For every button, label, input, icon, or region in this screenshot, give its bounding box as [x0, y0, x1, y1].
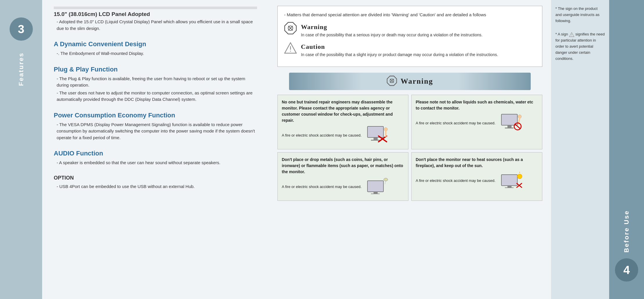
audio-title: AUDIO Function	[54, 150, 257, 157]
svg-rect-17	[371, 140, 380, 141]
info-box: - Matters that demand special attention …	[277, 6, 542, 67]
card-heat-title: Don't place the monitor near to heat sou…	[416, 157, 538, 169]
card-metals-body: A fire or electric shock accident may be…	[282, 184, 362, 189]
card-liquids-content: A fire or electric shock accident may be…	[416, 114, 538, 133]
svg-rect-31	[371, 194, 380, 194]
power-title: Power Consumption Economy Function	[54, 112, 257, 119]
card-liquids-body: A fire or electric shock accident may be…	[416, 121, 496, 126]
main-content: 15.0" (38.016cm) LCD Panel Adopted - Ado…	[42, 0, 609, 299]
warning-title: Warning	[301, 22, 482, 32]
caution-triangle-icon	[284, 42, 297, 54]
chapter-number-3: 3	[10, 17, 33, 41]
features-column: 15.0" (38.016cm) LCD Panel Adopted - Ado…	[42, 0, 269, 299]
warning-banner: Warning	[289, 73, 531, 90]
warning-cards: No one but trained repair engineers may …	[277, 95, 542, 201]
section-dynamic: A Dynamic Convenient Design -. The Embod…	[54, 40, 257, 57]
caution-row: Caution In case of the possibility that …	[284, 42, 536, 58]
svg-rect-16	[374, 137, 378, 140]
section-audio: AUDIO Function - A speaker is embedded s…	[54, 150, 257, 166]
chapter-number-4: 4	[615, 258, 638, 282]
note-1: * The sign on the product and userguide …	[555, 6, 605, 27]
far-right-notes: * The sign on the product and userguide …	[551, 0, 609, 299]
dynamic-title: A Dynamic Convenient Design	[54, 40, 257, 48]
card-repair-title: No one but trained repair engineers may …	[282, 99, 404, 123]
svg-line-28	[515, 124, 520, 128]
audio-text: - A speaker is embedded so that the user…	[57, 160, 257, 166]
svg-point-10	[290, 51, 291, 52]
banner-label: Warning	[401, 77, 433, 86]
caution-content: Caution In case of the possibility that …	[301, 42, 498, 58]
deco-lines	[54, 6, 257, 9]
svg-point-32	[384, 178, 388, 181]
power-text: - The VESA DPMS (Display Power Managemen…	[57, 121, 257, 141]
svg-rect-30	[374, 192, 378, 194]
monitor-liquids-illustration	[501, 114, 523, 133]
warning-octagon-icon	[284, 22, 297, 35]
card-repair-content: A fire or electric shock accident may be…	[282, 126, 404, 145]
card-heat-content: A fire or electric shock accident may be…	[416, 171, 538, 190]
caution-title: Caution	[301, 42, 498, 52]
monitor-repair-illustration	[367, 126, 389, 145]
section-option: OPTION - USB 4Port can be embedded to us…	[54, 175, 257, 190]
lcd-text: - Adopted the 15.0" LCD (Liquid Crystal …	[57, 19, 257, 32]
card-liquids-title: Please note not to allow liquids such as…	[416, 99, 538, 111]
warning-content: Warning In case of the possibility that …	[301, 22, 482, 38]
card-repair: No one but trained repair engineers may …	[277, 95, 408, 149]
note-2: * A sign signifies the need for particul…	[555, 31, 605, 65]
right-column: - Matters that demand special attention …	[269, 0, 551, 299]
dynamic-text: -. The Embodyment of Wall-mounted Displa…	[57, 50, 257, 57]
monitor-metals-illustration	[367, 177, 389, 196]
left-sidebar: 3 Features	[0, 0, 42, 299]
svg-point-37	[517, 174, 522, 179]
option-title: OPTION	[54, 175, 257, 181]
card-metals: Don't place or drop metals (such as coin…	[277, 152, 408, 201]
card-liquids: Please note not to allow liquids such as…	[411, 95, 542, 149]
pnp-title: Plug & Play Function	[54, 66, 257, 73]
svg-point-45	[571, 36, 572, 36]
svg-rect-36	[505, 187, 514, 188]
svg-rect-34	[501, 175, 517, 186]
card-heat: Don't place the monitor near to heat sou…	[411, 152, 542, 201]
right-sidebar: Before Use 4	[609, 0, 644, 299]
option-text: - USB 4Port can be embedded to use the U…	[57, 183, 257, 190]
card-metals-title: Don't place or drop metals (such as coin…	[282, 157, 404, 175]
svg-rect-29	[367, 181, 383, 192]
monitor-heat-illustration	[501, 171, 523, 190]
svg-rect-35	[507, 186, 512, 187]
banner-octagon-icon	[387, 76, 397, 87]
svg-rect-23	[507, 125, 512, 128]
warning-body: In case of the possibility that a seriou…	[301, 32, 482, 38]
pnp-text: - The Plug & Play function is available,…	[57, 76, 257, 103]
note2-text: * A sign	[555, 32, 568, 36]
section-pnp: Plug & Play Function - The Plug & Play f…	[54, 66, 257, 103]
caution-body: In case of the possibility that a slight…	[301, 52, 498, 58]
lcd-title: 15.0" (38.016cm) LCD Panel Adopted	[54, 11, 257, 17]
info-intro: - Matters that demand special attention …	[284, 11, 536, 18]
svg-rect-15	[367, 126, 383, 137]
warning-banner-section: Warning No one but trained repair engine…	[277, 73, 542, 201]
section-power: Power Consumption Economy Function - The…	[54, 112, 257, 141]
svg-line-33	[385, 181, 386, 185]
card-heat-body: A fire or electric shock accident may be…	[416, 178, 496, 183]
features-label: Features	[17, 52, 25, 86]
card-metals-content: A fire or electric shock accident may be…	[282, 177, 404, 196]
before-use-label: Before Use	[623, 210, 630, 253]
note-triangle-icon	[569, 32, 574, 37]
card-repair-body: A fire or electric shock accident may be…	[282, 133, 362, 138]
svg-rect-24	[505, 128, 514, 128]
warning-row: Warning In case of the possibility that …	[284, 22, 536, 38]
section-lcd: 15.0" (38.016cm) LCD Panel Adopted - Ado…	[54, 11, 257, 32]
